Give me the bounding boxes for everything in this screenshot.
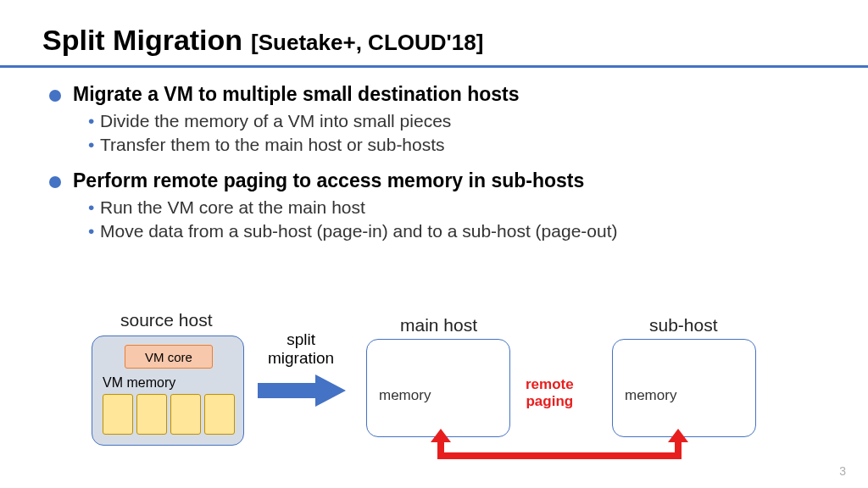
bullet-2-sub-2: Move data from a sub-host (page-in) and … xyxy=(88,219,826,243)
main-host-memory-label: memory xyxy=(379,387,431,404)
remote-paging-arrow-icon xyxy=(424,429,695,468)
diagram: source host VM core VM memory split migr… xyxy=(0,295,868,473)
bullet-1: Migrate a VM to multiple small destinati… xyxy=(49,83,826,158)
bullet-1-heading: Migrate a VM to multiple small destinati… xyxy=(73,83,826,106)
split-migration-l1: split xyxy=(287,330,315,348)
memory-cell xyxy=(103,394,133,435)
memory-cell xyxy=(136,394,167,435)
citation: [Suetake+, CLOUD'18] xyxy=(251,30,483,56)
bullet-1-sublist: Divide the memory of a VM into small pie… xyxy=(73,109,826,158)
title-underline xyxy=(0,65,868,68)
split-migration-arrow-icon xyxy=(256,373,349,408)
source-host-box: VM core VM memory xyxy=(92,336,244,446)
bullet-2: Perform remote paging to access memory i… xyxy=(49,169,826,244)
remote-paging-l1: remote xyxy=(526,376,574,392)
bullet-1-sub-2: Transfer them to the main host or sub-ho… xyxy=(88,133,826,157)
slide-title: Split Migration xyxy=(42,24,242,57)
sub-host-memory-label: memory xyxy=(625,387,676,404)
svg-marker-0 xyxy=(258,374,346,407)
vm-core-box: VM core xyxy=(125,345,213,369)
page-number: 3 xyxy=(839,464,846,478)
main-host-label: main host xyxy=(400,315,477,336)
svg-marker-1 xyxy=(431,429,451,442)
split-migration-l2: migration xyxy=(268,349,334,367)
main-host-box: memory xyxy=(366,339,510,437)
sub-host-label: sub-host xyxy=(649,315,718,336)
memory-cell xyxy=(170,394,201,435)
remote-paging-label: remote paging xyxy=(526,376,574,409)
bullet-list: Migrate a VM to multiple small destinati… xyxy=(42,83,826,243)
vm-memory-label: VM memory xyxy=(103,375,175,391)
bullet-2-heading: Perform remote paging to access memory i… xyxy=(73,169,826,192)
bullet-1-sub-1: Divide the memory of a VM into small pie… xyxy=(88,109,826,133)
bullet-2-sublist: Run the VM core at the main host Move da… xyxy=(73,196,826,244)
source-host-label: source host xyxy=(120,310,213,330)
memory-cell xyxy=(204,394,235,435)
split-migration-label: split migration xyxy=(268,330,334,368)
slide: Split Migration [Suetake+, CLOUD'18] Mig… xyxy=(0,0,868,488)
sub-host-box: memory xyxy=(612,339,756,437)
vm-memory-cells xyxy=(103,394,235,435)
remote-paging-l2: paging xyxy=(526,393,573,409)
title-row: Split Migration [Suetake+, CLOUD'18] xyxy=(42,24,826,57)
bullet-2-sub-1: Run the VM core at the main host xyxy=(88,196,826,219)
svg-marker-2 xyxy=(668,429,688,442)
